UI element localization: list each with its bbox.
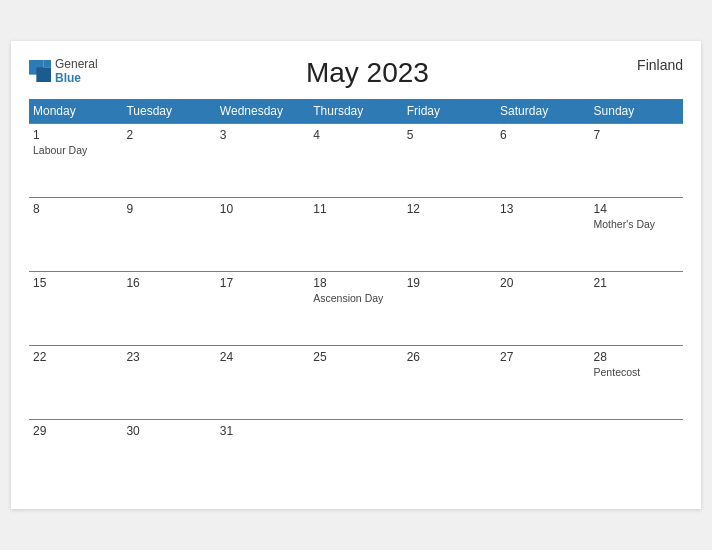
day-number: 10: [220, 202, 305, 216]
week-row-1: 1Labour Day234567: [29, 123, 683, 197]
day-number: 31: [220, 424, 305, 438]
day-number: 29: [33, 424, 118, 438]
day-number: 18: [313, 276, 398, 290]
day-cell: [590, 419, 683, 493]
day-cell: 27: [496, 345, 589, 419]
day-number: 25: [313, 350, 398, 364]
calendar-container: General Blue May 2023 Finland Monday Tue…: [11, 41, 701, 510]
logo-text: General Blue: [55, 57, 98, 86]
svg-marker-1: [44, 60, 51, 67]
day-cell: 20: [496, 271, 589, 345]
day-number: 6: [500, 128, 585, 142]
holiday-label: Pentecost: [594, 366, 679, 378]
logo-icon: [29, 60, 51, 82]
day-cell: 31: [216, 419, 309, 493]
week-row-2: 891011121314Mother's Day: [29, 197, 683, 271]
week-row-3: 15161718Ascension Day192021: [29, 271, 683, 345]
day-cell: 28Pentecost: [590, 345, 683, 419]
day-cell: 7: [590, 123, 683, 197]
day-number: 5: [407, 128, 492, 142]
day-number: 16: [126, 276, 211, 290]
day-cell: 6: [496, 123, 589, 197]
logo-general: General: [55, 57, 98, 71]
logo: General Blue: [29, 57, 98, 86]
day-number: 8: [33, 202, 118, 216]
day-number: 28: [594, 350, 679, 364]
day-cell: 17: [216, 271, 309, 345]
day-cell: 22: [29, 345, 122, 419]
day-cell: 12: [403, 197, 496, 271]
day-cell: 30: [122, 419, 215, 493]
country-label: Finland: [637, 57, 683, 73]
day-number: 24: [220, 350, 305, 364]
day-cell: [403, 419, 496, 493]
day-number: 1: [33, 128, 118, 142]
calendar-header: General Blue May 2023 Finland: [29, 57, 683, 89]
day-number: 14: [594, 202, 679, 216]
day-cell: 14Mother's Day: [590, 197, 683, 271]
col-monday: Monday: [29, 99, 122, 124]
day-number: 26: [407, 350, 492, 364]
col-wednesday: Wednesday: [216, 99, 309, 124]
day-cell: 2: [122, 123, 215, 197]
day-cell: 25: [309, 345, 402, 419]
day-cell: [496, 419, 589, 493]
day-cell: 18Ascension Day: [309, 271, 402, 345]
day-cell: 3: [216, 123, 309, 197]
day-cell: 21: [590, 271, 683, 345]
svg-marker-2: [36, 67, 51, 82]
holiday-label: Labour Day: [33, 144, 118, 156]
day-cell: 9: [122, 197, 215, 271]
day-cell: 11: [309, 197, 402, 271]
day-number: 7: [594, 128, 679, 142]
col-thursday: Thursday: [309, 99, 402, 124]
calendar-grid: Monday Tuesday Wednesday Thursday Friday…: [29, 99, 683, 494]
day-number: 15: [33, 276, 118, 290]
day-cell: 24: [216, 345, 309, 419]
holiday-label: Ascension Day: [313, 292, 398, 304]
day-number: 27: [500, 350, 585, 364]
day-cell: 23: [122, 345, 215, 419]
day-cell: 15: [29, 271, 122, 345]
day-cell: 26: [403, 345, 496, 419]
day-number: 12: [407, 202, 492, 216]
day-number: 13: [500, 202, 585, 216]
day-cell: 1Labour Day: [29, 123, 122, 197]
day-number: 9: [126, 202, 211, 216]
logo-blue: Blue: [55, 71, 98, 85]
day-cell: 10: [216, 197, 309, 271]
weekday-header-row: Monday Tuesday Wednesday Thursday Friday…: [29, 99, 683, 124]
day-number: 23: [126, 350, 211, 364]
month-title: May 2023: [98, 57, 637, 89]
day-number: 17: [220, 276, 305, 290]
col-sunday: Sunday: [590, 99, 683, 124]
day-cell: 29: [29, 419, 122, 493]
col-saturday: Saturday: [496, 99, 589, 124]
day-number: 11: [313, 202, 398, 216]
day-number: 21: [594, 276, 679, 290]
day-cell: 8: [29, 197, 122, 271]
day-number: 2: [126, 128, 211, 142]
day-number: 19: [407, 276, 492, 290]
day-cell: 19: [403, 271, 496, 345]
week-row-5: 293031: [29, 419, 683, 493]
day-cell: [309, 419, 402, 493]
week-row-4: 22232425262728Pentecost: [29, 345, 683, 419]
day-number: 3: [220, 128, 305, 142]
day-cell: 13: [496, 197, 589, 271]
day-cell: 5: [403, 123, 496, 197]
holiday-label: Mother's Day: [594, 218, 679, 230]
col-friday: Friday: [403, 99, 496, 124]
day-cell: 16: [122, 271, 215, 345]
day-cell: 4: [309, 123, 402, 197]
day-number: 20: [500, 276, 585, 290]
day-number: 22: [33, 350, 118, 364]
day-number: 30: [126, 424, 211, 438]
day-number: 4: [313, 128, 398, 142]
col-tuesday: Tuesday: [122, 99, 215, 124]
